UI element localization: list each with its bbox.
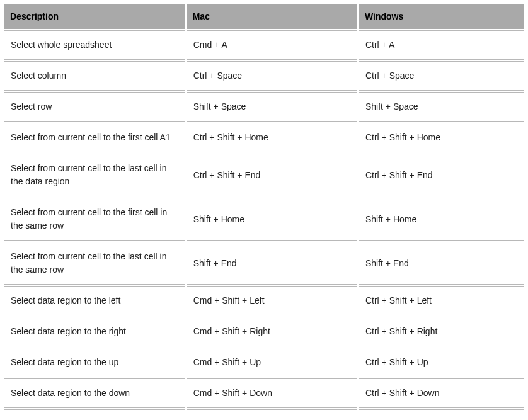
cell-mac: Ctrl + Shift + Home (187, 123, 357, 152)
cell-windows: Ctrl + Shift + End (359, 154, 524, 196)
cell-mac: Shift + Page Up (187, 409, 357, 420)
table-row: Select rowShift + SpaceShift + Space (4, 92, 524, 122)
table-row: Select whole spreadsheetCmd + ACtrl + A (4, 30, 524, 60)
table-row: Select data region to the rightCmd + Shi… (4, 317, 524, 346)
cell-description: Extend selection up one screen (4, 409, 185, 420)
cell-description: Select data region to the right (4, 317, 185, 346)
cell-description: Select from current cell to the last cel… (4, 242, 185, 285)
cell-mac: Cmd + Shift + Up (187, 348, 357, 377)
cell-mac: Cmd + Shift + Right (187, 317, 357, 346)
table-row: Select data region to the leftCmd + Shif… (4, 286, 524, 315)
cell-description: Select whole spreadsheet (4, 30, 185, 60)
table-row: Select from current cell to the last cel… (4, 242, 524, 285)
table-row: Select data region to the upCmd + Shift … (4, 348, 524, 377)
cell-mac: Shift + Home (187, 198, 357, 241)
table-row: Select data region to the downCmd + Shif… (4, 378, 524, 408)
cell-windows: Ctrl + Shift + Left (359, 286, 524, 315)
cell-windows: Shift + Home (359, 198, 524, 241)
cell-windows: Shift + Page Up (359, 409, 524, 420)
cell-mac: Ctrl + Shift + End (187, 154, 357, 196)
cell-windows: Shift + Space (359, 92, 524, 122)
cell-mac: Cmd + Shift + Left (187, 286, 357, 315)
cell-description: Select data region to the left (4, 286, 185, 315)
cell-description: Select from current cell to the first ce… (4, 123, 185, 152)
table-row: Select from current cell to the first ce… (4, 123, 524, 152)
header-description: Description (4, 4, 185, 29)
cell-windows: Ctrl + Space (359, 61, 524, 91)
cell-windows: Ctrl + Shift + Right (359, 317, 524, 346)
table-header-row: Description Mac Windows (4, 4, 524, 29)
cell-description: Select row (4, 92, 185, 122)
cell-windows: Ctrl + Shift + Down (359, 378, 524, 408)
cell-windows: Shift + End (359, 242, 524, 285)
cell-description: Select column (4, 61, 185, 91)
header-windows: Windows (359, 4, 524, 29)
cell-description: Select from current cell to the first ce… (4, 198, 185, 241)
shortcuts-table: Description Mac Windows Select whole spr… (3, 3, 525, 420)
cell-windows: Ctrl + Shift + Up (359, 348, 524, 377)
table-row: Extend selection up one screenShift + Pa… (4, 409, 524, 420)
cell-mac: Ctrl + Space (187, 61, 357, 91)
table-row: Select from current cell to the first ce… (4, 198, 524, 241)
cell-mac: Shift + Space (187, 92, 357, 122)
cell-description: Select from current cell to the last cel… (4, 154, 185, 196)
cell-mac: Shift + End (187, 242, 357, 285)
cell-windows: Ctrl + Shift + Home (359, 123, 524, 152)
cell-description: Select data region to the down (4, 378, 185, 408)
cell-mac: Cmd + A (187, 30, 357, 60)
cell-description: Select data region to the up (4, 348, 185, 377)
cell-windows: Ctrl + A (359, 30, 524, 60)
table-row: Select columnCtrl + SpaceCtrl + Space (4, 61, 524, 91)
header-mac: Mac (187, 4, 357, 29)
table-body: Select whole spreadsheetCmd + ACtrl + AS… (4, 30, 524, 420)
table-row: Select from current cell to the last cel… (4, 154, 524, 196)
cell-mac: Cmd + Shift + Down (187, 378, 357, 408)
